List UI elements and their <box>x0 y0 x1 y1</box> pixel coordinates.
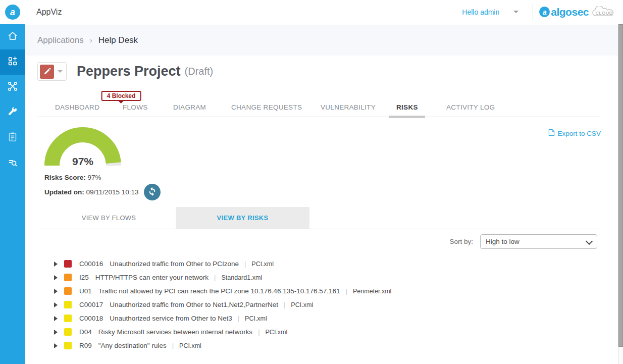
risk-code: I25 <box>79 274 89 281</box>
sort-controls: Sort by: High to low <box>449 234 597 249</box>
home-icon <box>7 30 18 43</box>
main-content: Peppers Project (Draft) 4 Blocked DASHBO… <box>25 56 618 364</box>
network-icon <box>7 81 18 94</box>
scrollbar-thumb[interactable] <box>618 24 623 347</box>
risk-row[interactable]: C00016 Unauthorized traffic from Other t… <box>25 257 618 271</box>
risk-code: U01 <box>79 287 92 295</box>
risk-row[interactable]: R09 "Any destination" rules | PCI.xml <box>25 339 618 352</box>
risk-title: Unauthorized service from Other to Net3 <box>110 315 232 322</box>
risk-file: Perimeter.xml <box>353 288 391 295</box>
risk-title: "Any destination" rules <box>98 342 167 349</box>
risk-title: Unauthorized traffic from Other to Net1,… <box>110 301 278 308</box>
page-title: Peppers Project <box>77 64 181 79</box>
risk-list: C00016 Unauthorized traffic from Other t… <box>25 257 618 352</box>
severity-square <box>64 274 72 281</box>
risk-file: PCI.xml <box>291 301 313 308</box>
risk-row[interactable]: C00017 Unauthorized traffic from Other t… <box>25 298 618 311</box>
refresh-icon <box>147 187 157 198</box>
breadcrumb: Applications › Help Desk <box>25 25 618 56</box>
risk-separator: | <box>172 342 174 349</box>
sidebar: a <box>0 0 25 364</box>
user-menu[interactable]: Hello admin <box>462 8 499 16</box>
risk-file: PCI.xml <box>266 329 288 336</box>
search-list-icon <box>7 157 18 170</box>
tab-flows[interactable]: FLOWS <box>123 103 148 111</box>
risk-row[interactable]: U01 Traffic not allowed by PCI can reach… <box>25 284 618 298</box>
risk-score-gauge: 97% Risks Score: 97% Updated on: 09/11/2… <box>44 126 176 200</box>
appviz-logo-icon: a <box>5 5 20 20</box>
brand-name: algosec <box>551 6 589 18</box>
chevron-down-icon[interactable] <box>513 11 518 13</box>
risk-file: PCI.xml <box>245 315 267 322</box>
risk-separator: | <box>214 274 216 281</box>
risk-row[interactable]: C00018 Unauthorized service from Other t… <box>25 311 618 325</box>
expand-arrow-icon[interactable] <box>54 262 58 267</box>
risk-file: Standard1.xml <box>222 274 263 281</box>
risk-code: D04 <box>79 328 92 336</box>
expand-arrow-icon[interactable] <box>54 316 58 321</box>
severity-square <box>64 301 72 308</box>
risk-file: PCI.xml <box>179 342 201 349</box>
algosec-logo: a algosec CLOUD <box>533 6 623 18</box>
sidebar-item-clipboard[interactable] <box>0 125 25 150</box>
blocked-badge: 4 Blocked <box>101 91 141 101</box>
cloud-icon: CLOUD <box>590 6 618 18</box>
view-tab-bar: VIEW BY FLOWS VIEW BY RISKS <box>37 207 601 229</box>
tab-bar: 4 Blocked DASHBOARD FLOWS DIAGRAM CHANGE… <box>37 90 601 117</box>
tab-risks[interactable]: RISKS <box>396 103 418 111</box>
severity-square <box>64 328 72 336</box>
risk-code: C00018 <box>79 315 103 322</box>
edit-project-button[interactable] <box>37 62 67 81</box>
sort-by-label: Sort by: <box>449 238 473 245</box>
csv-file-icon <box>548 129 557 138</box>
header: AppViz Hello admin a algosec CLOUD <box>25 0 623 24</box>
risk-separator: | <box>238 315 239 322</box>
tab-view-by-flows[interactable]: VIEW BY FLOWS <box>42 207 176 229</box>
sort-select[interactable]: High to low <box>480 234 597 249</box>
tab-diagram[interactable]: DIAGRAM <box>173 103 206 111</box>
risk-separator: | <box>284 301 285 308</box>
tab-activity-log[interactable]: ACTIVITY LOG <box>446 103 495 111</box>
sidebar-item-home[interactable] <box>0 24 25 49</box>
expand-arrow-icon[interactable] <box>54 343 58 348</box>
risk-code: R09 <box>79 342 92 349</box>
breadcrumb-separator: › <box>90 36 92 44</box>
severity-square <box>64 260 72 268</box>
gauge-value: 97% <box>72 155 93 168</box>
risks-score-line: Risks Score: 97% <box>44 174 176 181</box>
chevron-down-icon <box>58 70 63 73</box>
tab-view-by-risks[interactable]: VIEW BY RISKS <box>176 207 309 229</box>
algosec-logo-icon: a <box>539 7 550 17</box>
export-to-csv-link[interactable]: Export to CSV <box>548 129 601 138</box>
tab-vulnerability[interactable]: VULNERABILITY <box>321 103 376 111</box>
breadcrumb-applications[interactable]: Applications <box>37 35 84 45</box>
tab-dashboard[interactable]: DASHBOARD <box>55 103 99 111</box>
sidebar-item-search[interactable] <box>0 150 25 176</box>
clipboard-icon <box>7 131 18 144</box>
risk-row[interactable]: I25 HTTP/HTTPS can enter your network | … <box>25 271 618 284</box>
risk-title: Unauthorized traffic from Other to PCIzo… <box>110 260 239 268</box>
risk-file: PCI.xml <box>251 261 274 268</box>
risk-separator: | <box>346 287 347 295</box>
applications-icon <box>7 56 18 69</box>
risk-code: C00016 <box>79 260 103 268</box>
risk-separator: | <box>258 328 259 336</box>
page-status: (Draft) <box>185 66 214 77</box>
breadcrumb-current: Help Desk <box>98 35 138 45</box>
expand-arrow-icon[interactable] <box>54 275 58 280</box>
pencil-icon <box>40 65 54 79</box>
updated-line: Updated on: 09/11/2015 10:13 <box>44 184 176 200</box>
risk-row[interactable]: D04 Risky Microsoft services between int… <box>25 325 618 339</box>
sidebar-item-tools[interactable] <box>0 100 25 125</box>
expand-arrow-icon[interactable] <box>54 330 58 335</box>
severity-square <box>64 315 72 322</box>
refresh-button[interactable] <box>144 184 161 200</box>
sidebar-item-network[interactable] <box>0 75 25 100</box>
sidebar-item-applications[interactable] <box>0 49 25 75</box>
tab-change-requests[interactable]: CHANGE REQUESTS <box>231 103 302 111</box>
expand-arrow-icon[interactable] <box>54 302 58 307</box>
expand-arrow-icon[interactable] <box>54 289 58 294</box>
risk-title: HTTP/HTTPS can enter your network <box>95 274 209 281</box>
severity-square <box>64 342 72 349</box>
risk-code: C00017 <box>79 301 103 308</box>
